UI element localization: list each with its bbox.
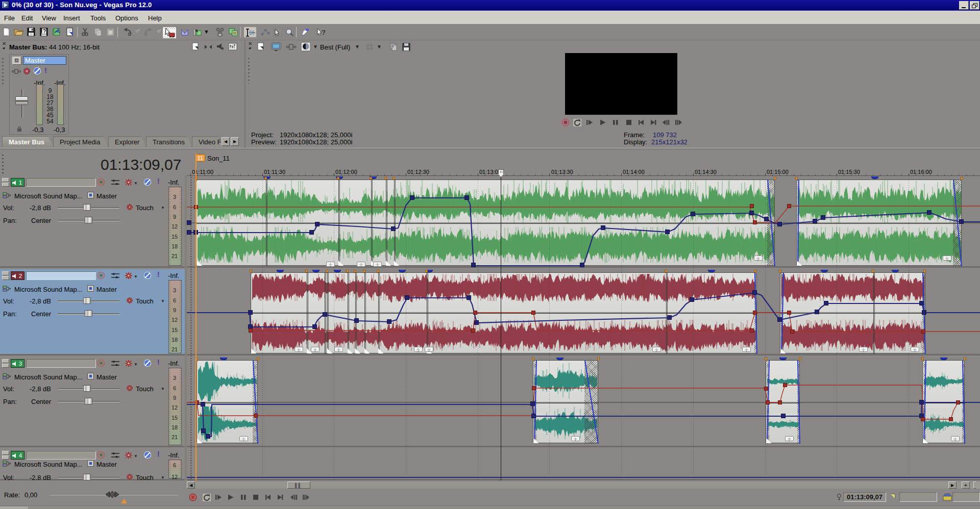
svg-text:?: ? bbox=[322, 29, 326, 36]
svg-text:?: ? bbox=[43, 29, 46, 34]
